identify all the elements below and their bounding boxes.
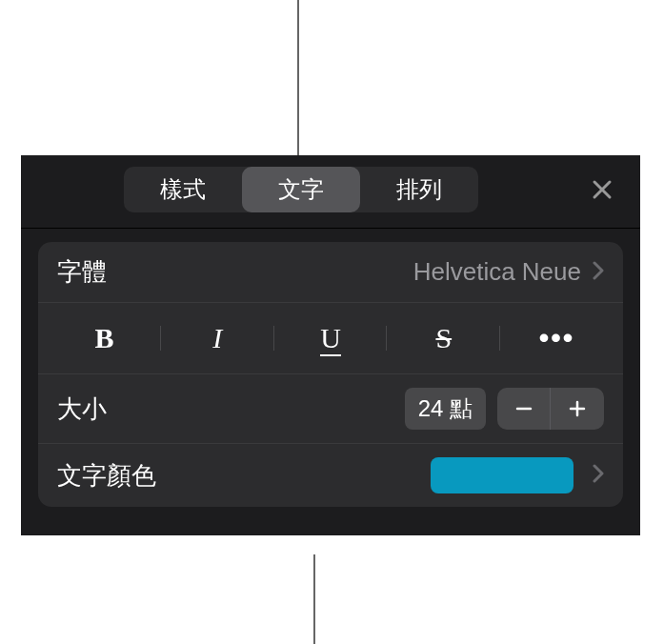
callout-line-top xyxy=(297,0,299,155)
size-value[interactable]: 24 點 xyxy=(405,388,486,430)
text-color-row[interactable]: 文字顏色 xyxy=(38,444,623,507)
size-decrease-button[interactable] xyxy=(497,388,551,430)
size-label: 大小 xyxy=(57,392,405,426)
minus-icon xyxy=(514,399,533,418)
divider xyxy=(21,228,640,229)
tab-style[interactable]: 樣式 xyxy=(124,167,242,212)
chevron-right-icon xyxy=(593,462,604,489)
tab-arrange[interactable]: 排列 xyxy=(360,167,478,212)
tab-text[interactable]: 文字 xyxy=(242,167,360,212)
tab-group: 樣式 文字 排列 xyxy=(124,167,478,212)
tab-bar: 樣式 文字 排列 xyxy=(21,155,640,224)
text-controls-card: 字體 Helvetica Neue B I U S ••• 大小 24 點 xyxy=(38,242,623,507)
bold-button[interactable]: B xyxy=(48,318,161,358)
font-label: 字體 xyxy=(57,255,413,289)
font-row[interactable]: 字體 Helvetica Neue xyxy=(38,242,623,303)
callout-line-bottom xyxy=(313,554,315,644)
font-value: Helvetica Neue xyxy=(413,257,581,287)
close-button[interactable] xyxy=(583,171,621,209)
underline-icon: U xyxy=(320,322,341,354)
size-increase-button[interactable] xyxy=(551,388,604,430)
more-options-button[interactable]: ••• xyxy=(500,318,614,358)
plus-icon xyxy=(568,399,587,418)
size-stepper xyxy=(497,388,604,430)
close-icon xyxy=(592,179,613,200)
italic-button[interactable]: I xyxy=(161,318,274,358)
text-color-label: 文字顏色 xyxy=(57,459,431,493)
underline-button[interactable]: U xyxy=(274,318,388,358)
size-row: 大小 24 點 xyxy=(38,374,623,444)
chevron-right-icon xyxy=(593,259,604,286)
text-color-swatch[interactable] xyxy=(431,457,573,493)
strikethrough-button[interactable]: S xyxy=(387,318,500,358)
format-panel: 樣式 文字 排列 字體 Helvetica Neue B I U S ••• xyxy=(21,155,640,535)
text-style-row: B I U S ••• xyxy=(38,303,623,374)
